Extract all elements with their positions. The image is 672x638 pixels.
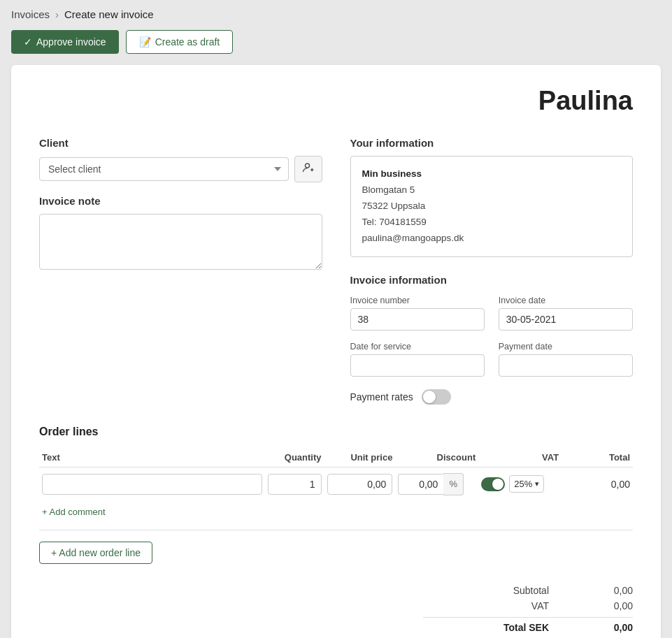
approve-label: Approve invoice: [36, 36, 106, 48]
row-qty-input[interactable]: [268, 474, 322, 495]
client-row: Select client: [39, 156, 322, 182]
payment-date-label: Payment date: [499, 342, 633, 351]
invoice-note-label: Invoice note: [39, 195, 322, 207]
invoice-card: Paulina Client Select client: [11, 65, 661, 638]
draft-label: Create as draft: [155, 36, 220, 48]
invoice-date-label: Invoice date: [499, 296, 633, 305]
row-unit-price-input[interactable]: [327, 474, 393, 495]
col-header-unit-price: Unit price: [324, 448, 396, 467]
draft-icon: 📝: [139, 36, 151, 48]
approve-icon: ✓: [24, 36, 32, 48]
col-header-text: Text: [39, 448, 265, 467]
svg-point-0: [305, 164, 309, 168]
row-total-value: 0,00: [611, 479, 630, 490]
payment-rates-label: Payment rates: [350, 391, 413, 403]
vat-chevron-icon: ▾: [535, 479, 539, 488]
breadcrumb: Invoices › Create new invoice: [11, 8, 661, 20]
total-value: 0,00: [591, 622, 633, 633]
col-header-total: Total: [562, 448, 633, 467]
discount-pct-label: %: [443, 473, 464, 495]
invoice-info-section: Invoice information Invoice number Invoi…: [350, 274, 634, 405]
invoice-note-section: Invoice note: [39, 195, 322, 272]
col-header-vat: VAT: [478, 448, 562, 467]
right-column: Your information Min business Blomgatan …: [350, 137, 634, 405]
invoice-number-field: Invoice number: [350, 296, 485, 331]
vat-toggle-knob: [492, 479, 503, 490]
invoice-date-input[interactable]: [499, 308, 633, 331]
total-label: Total SEK: [423, 622, 549, 633]
vat-row: VAT 0,00: [423, 600, 633, 611]
business-postal: 75322 Uppsala: [362, 198, 622, 215]
payment-date-field: Payment date: [499, 342, 633, 377]
table-header-row: Text Quantity Unit price Discount VAT To…: [39, 448, 633, 467]
subtotal-label: Subtotal: [423, 585, 549, 596]
summary-section: Subtotal 0,00 VAT 0,00 Total SEK 0,00: [39, 578, 633, 633]
breadcrumb-parent[interactable]: Invoices: [11, 8, 50, 20]
order-lines-title: Order lines: [39, 426, 633, 438]
row-qty-cell: [265, 467, 324, 501]
invoice-number-label: Invoice number: [350, 296, 485, 305]
client-select[interactable]: Select client: [39, 157, 289, 181]
subtotal-value: 0,00: [591, 585, 633, 596]
payment-date-input[interactable]: [499, 354, 633, 377]
row-discount-input[interactable]: [398, 474, 443, 495]
payment-rates-row: Payment rates: [350, 389, 634, 405]
table-row: % 25% ▾: [39, 467, 633, 501]
client-label: Client: [39, 137, 322, 149]
invoice-fields-grid: Invoice number Invoice date Date for ser…: [350, 296, 634, 377]
col-header-quantity: Quantity: [265, 448, 324, 467]
business-address: Blomgatan 5: [362, 182, 622, 198]
invoice-number-input[interactable]: [350, 308, 485, 331]
business-email: paulina@mangoapps.dk: [362, 231, 622, 247]
create-draft-button[interactable]: 📝 Create as draft: [126, 30, 234, 54]
breadcrumb-current: Create new invoice: [64, 8, 154, 20]
date-for-service-field: Date for service: [350, 342, 485, 377]
add-comment-link[interactable]: + Add comment: [42, 507, 106, 517]
row-discount-cell: %: [395, 467, 478, 501]
approve-invoice-button[interactable]: ✓ Approve invoice: [11, 30, 119, 54]
date-for-service-input[interactable]: [350, 354, 485, 377]
left-column: Client Select client: [39, 137, 322, 405]
invoice-note-textarea[interactable]: [39, 214, 322, 270]
row-total-cell: 0,00: [562, 467, 633, 501]
row-text-cell: [39, 467, 265, 501]
your-info-label: Your information: [350, 137, 634, 149]
business-name: Min business: [362, 166, 622, 182]
toggle-knob: [423, 391, 436, 403]
add-client-button[interactable]: [294, 156, 322, 182]
vat-label: VAT: [423, 600, 549, 611]
payment-rates-toggle[interactable]: [422, 389, 451, 405]
client-section: Client Select client: [39, 137, 322, 182]
order-lines-table: Text Quantity Unit price Discount VAT To…: [39, 448, 633, 523]
row-unit-price-cell: [324, 467, 396, 501]
row-text-input[interactable]: [42, 474, 262, 495]
breadcrumb-separator: ›: [55, 8, 59, 20]
vat-value: 0,00: [591, 600, 633, 611]
total-row: Total SEK 0,00: [423, 617, 633, 633]
vat-toggle[interactable]: [481, 477, 505, 491]
invoice-info-label: Invoice information: [350, 274, 634, 286]
invoice-date-field: Invoice date: [499, 296, 633, 331]
top-section: Client Select client: [39, 137, 633, 405]
vat-rate-select[interactable]: 25% ▾: [509, 475, 544, 493]
date-for-service-label: Date for service: [350, 342, 485, 351]
subtotal-row: Subtotal 0,00: [423, 585, 633, 596]
row-vat-cell: 25% ▾: [478, 467, 562, 501]
your-info-box: Min business Blomgatan 5 75322 Uppsala T…: [350, 156, 634, 257]
add-comment-row: + Add comment: [39, 501, 633, 523]
divider: [39, 530, 633, 530]
order-lines-section: Order lines Text Quantity Unit price Dis…: [39, 426, 633, 633]
company-name: Paulina: [39, 86, 633, 116]
col-header-discount: Discount: [395, 448, 478, 467]
vat-rate-value: 25%: [514, 479, 532, 489]
business-phone: Tel: 704181559: [362, 215, 622, 231]
add-order-line-button[interactable]: + Add new order line: [39, 542, 152, 564]
toolbar: ✓ Approve invoice 📝 Create as draft: [11, 30, 661, 54]
